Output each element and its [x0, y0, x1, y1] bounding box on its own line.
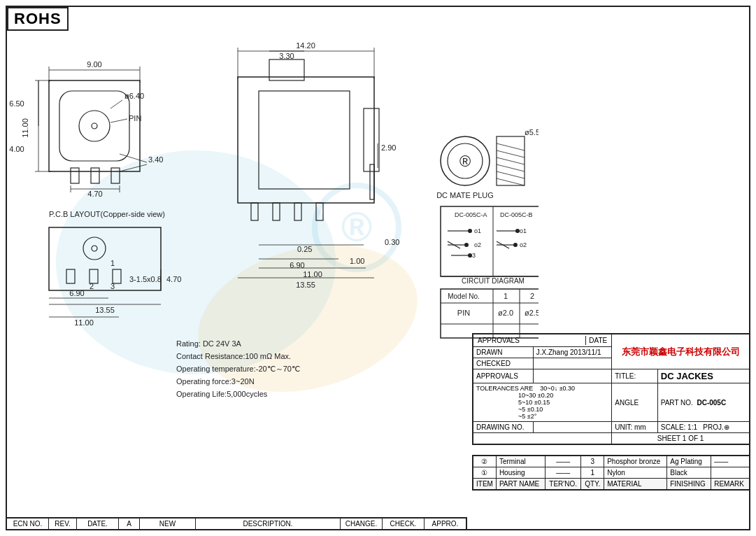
- svg-text:4.00: 4.00: [9, 145, 24, 153]
- svg-rect-6: [59, 91, 129, 161]
- svg-text:0.25: 0.25: [297, 245, 312, 253]
- svg-line-86: [497, 157, 525, 164]
- svg-text:ø5.5: ø5.5: [525, 128, 539, 136]
- svg-text:1: 1: [110, 259, 115, 267]
- svg-text:®: ®: [459, 153, 471, 170]
- svg-line-85: [497, 150, 525, 157]
- col-a: A: [119, 519, 140, 530]
- svg-text:ø2.0: ø2.0: [498, 309, 513, 317]
- svg-text:Operating Life:5,000cycles: Operating Life:5,000cycles: [176, 390, 268, 398]
- svg-text:PIN: PIN: [129, 114, 141, 122]
- svg-text:3: 3: [110, 282, 115, 290]
- svg-text:6.90: 6.90: [69, 289, 84, 297]
- unit-label: UNIT: mm: [612, 422, 658, 433]
- svg-text:4.70: 4.70: [87, 190, 102, 198]
- title-label: TITLE:: [612, 369, 658, 383]
- title-company-block: APPROVALS DATE 东莞市颖鑫电子科技有限公司 DRAWN J.X.Z…: [472, 333, 750, 445]
- svg-text:11.00: 11.00: [303, 270, 322, 278]
- svg-text:ø2.5: ø2.5: [525, 309, 539, 317]
- svg-text:ø6.40: ø6.40: [124, 92, 144, 100]
- svg-line-87: [497, 164, 525, 171]
- tolerances-cell: TOLERANCES ARE 30~0↓ ±0.30 10~30 ±0.20 5…: [473, 383, 612, 422]
- svg-text:Model No.: Model No.: [448, 292, 480, 300]
- svg-text:3.40: 3.40: [148, 155, 163, 164]
- housing-cell: Housing: [496, 467, 545, 479]
- svg-line-88: [497, 171, 525, 178]
- date-header: DATE.: [77, 519, 119, 530]
- drawing-no-value: [533, 422, 612, 433]
- svg-line-84: [497, 143, 525, 150]
- company-name-cell: 东莞市颖鑫电子科技有限公司: [612, 334, 750, 369]
- angle-cell: ANGLE: [612, 383, 658, 422]
- sheet-value: SHEET 1 OF 1: [612, 433, 750, 444]
- black-cell: Black: [667, 467, 711, 479]
- materials-table: ② Terminal —— 3 Phosphor bronze Ag Plati…: [472, 455, 750, 491]
- circle1-cell: ①: [473, 467, 497, 479]
- svg-text:2: 2: [530, 292, 534, 300]
- svg-text:P.C.B LAYOUT(Copper-side view): P.C.B LAYOUT(Copper-side view): [49, 210, 165, 218]
- svg-point-8: [92, 123, 97, 129]
- svg-text:2.90: 2.90: [381, 143, 396, 152]
- phosphor-bronze-cell: Phosphor bronze: [604, 456, 667, 467]
- rohs-badge: ROHS: [7, 7, 69, 31]
- svg-text:o3: o3: [469, 252, 476, 259]
- svg-text:DC  MATE  PLUG: DC MATE PLUG: [436, 191, 494, 199]
- svg-text:o2: o2: [474, 241, 481, 248]
- revision-bar: ECN NO. REV. DATE. A NEW DESCRIPTION. CH…: [6, 517, 467, 530]
- approvals-label: APPROVALS: [473, 369, 534, 383]
- svg-rect-61: [370, 164, 374, 199]
- svg-text:Rating:  DC 24V  3A: Rating: DC 24V 3A: [176, 339, 242, 348]
- approvals-row: APPROVALS DATE: [473, 334, 612, 347]
- svg-rect-10: [91, 168, 99, 183]
- svg-point-7: [79, 111, 110, 141]
- svg-text:14.20: 14.20: [296, 41, 315, 50]
- circle2-cell: ②: [473, 456, 497, 467]
- svg-text:3-1.5x0.8: 3-1.5x0.8: [129, 275, 162, 283]
- svg-text:13.55: 13.55: [95, 306, 115, 314]
- svg-text:Operating temperature:-20℃～70℃: Operating temperature:-20℃～70℃: [176, 365, 300, 373]
- qty-header: QTY.: [581, 479, 604, 490]
- part-name-header: PART NAME: [496, 479, 545, 490]
- svg-text:PIN: PIN: [457, 309, 470, 317]
- finishing-header: FINISHING: [667, 479, 711, 490]
- svg-text:13.55: 13.55: [296, 281, 315, 289]
- rev-header: REV.: [49, 519, 77, 530]
- check-cell: CHECK.: [383, 519, 425, 530]
- change-cell: CHANGE.: [341, 519, 383, 530]
- title-value: DC JACKES: [657, 369, 749, 383]
- new-cell: NEW: [140, 519, 196, 530]
- svg-text:6.50: 6.50: [9, 99, 24, 108]
- svg-point-109: [513, 243, 518, 247]
- svg-text:DC-005C-A: DC-005C-A: [455, 211, 487, 218]
- checked-label: CHECKED: [473, 358, 534, 369]
- svg-line-25: [110, 119, 127, 122]
- ag-plating-cell: Ag Plating: [667, 456, 711, 467]
- svg-text:9.00: 9.00: [87, 60, 101, 69]
- svg-text:DC-005C-B: DC-005C-B: [500, 211, 533, 218]
- svg-rect-60: [364, 108, 379, 171]
- svg-rect-9: [71, 168, 79, 183]
- remark-header: REMARK: [711, 479, 750, 490]
- item-header: ITEM: [473, 479, 497, 490]
- svg-text:11.00: 11.00: [21, 118, 29, 138]
- svg-text:Contact Resistance:100 mΩ Max.: Contact Resistance:100 mΩ Max.: [176, 352, 291, 360]
- svg-text:o1: o1: [474, 227, 481, 234]
- svg-point-97: [468, 229, 472, 233]
- svg-text:o1: o1: [520, 227, 527, 234]
- ecn-no-header: ECN NO.: [7, 519, 49, 530]
- terminal-cell: Terminal: [496, 456, 545, 467]
- svg-text:1: 1: [504, 292, 508, 300]
- nylon-cell: Nylon: [604, 467, 667, 479]
- svg-text:Operating force:3~20N: Operating force:3~20N: [176, 377, 255, 386]
- svg-line-23: [110, 100, 122, 108]
- sheet-cell: [473, 433, 612, 444]
- material-header: MATERIAL: [604, 479, 667, 490]
- svg-point-99: [464, 243, 469, 247]
- svg-text:4.70: 4.70: [166, 275, 181, 283]
- drawn-label: DRAWN: [473, 347, 534, 358]
- svg-text:CIRCUIT DIAGRAM: CIRCUIT DIAGRAM: [462, 277, 525, 285]
- svg-text:®: ®: [341, 204, 372, 251]
- drawing-no-label: DRAWING NO.: [473, 422, 534, 433]
- appro-cell: APPRO.: [425, 519, 466, 530]
- scale-label: SCALE: 1:1 PROJ.⊕: [657, 422, 749, 433]
